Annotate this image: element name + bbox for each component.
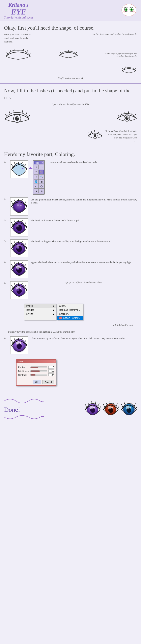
eye-sketch-girl xyxy=(4,46,32,63)
svg-line-148 xyxy=(114,401,114,404)
dialog-radius-slider[interactable] xyxy=(30,366,47,368)
dialog-radius-label: Radius xyxy=(18,366,29,368)
svg-line-17 xyxy=(23,49,24,52)
glow-dialog: Glow × Radius 7 Brightness xyxy=(16,359,56,386)
tool-wand[interactable]: 🪄 xyxy=(39,170,44,174)
dialog-cancel-button[interactable]: Cancel xyxy=(42,380,54,384)
dialog-brightness-value: 55 xyxy=(48,370,54,372)
tools-panel-title: Tools × xyxy=(34,162,44,164)
menu-render[interactable]: Render ▶ xyxy=(24,308,56,312)
step-3: 3. xyxy=(4,218,137,236)
menu-photo-arrow: ▶ xyxy=(53,305,54,307)
menu-stylize-arrow: ▶ xyxy=(53,313,54,315)
tool-ellipse[interactable]: ◯ xyxy=(39,184,44,188)
svg-line-31 xyxy=(9,112,10,114)
section-coloring: Here's my favorite part; Coloring. 1. xyxy=(0,148,141,392)
section2-note1: I generally use the eclipse tool for thi… xyxy=(4,103,137,106)
svg-line-160 xyxy=(136,406,137,408)
svg-line-50 xyxy=(91,131,92,132)
svg-line-51 xyxy=(94,130,95,132)
tool-draw[interactable]: ✏ xyxy=(34,170,39,174)
svg-line-139 xyxy=(98,404,99,406)
step6-text: Up, go to "Effects" then down to photo. xyxy=(30,281,137,284)
tool-cut[interactable]: ✂ xyxy=(39,165,44,169)
dialog-radius-value: 7 xyxy=(48,366,54,369)
svg-line-60 xyxy=(18,162,18,164)
svg-line-15 xyxy=(15,49,15,51)
dialog-brightness-label: Brightness xyxy=(18,370,29,372)
svg-line-146 xyxy=(106,402,107,404)
step4-eye xyxy=(10,239,28,258)
header-kriiana: Kriiana's xyxy=(4,2,33,8)
tool-fill[interactable]: 🪣 xyxy=(34,179,39,184)
menu-stylize[interactable]: Stylize ▶ xyxy=(24,312,56,316)
svg-line-156 xyxy=(124,402,125,404)
svg-point-68 xyxy=(20,205,22,206)
menu-render-arrow: ▶ xyxy=(53,309,54,311)
svg-line-104 xyxy=(18,262,18,264)
submenu-sharpen[interactable]: Sharpen... xyxy=(58,312,83,316)
svg-line-140 xyxy=(100,406,101,408)
final-eye-red xyxy=(103,400,119,418)
submenu-glow[interactable]: Glow... xyxy=(58,304,83,308)
dialog-contrast-slider[interactable] xyxy=(30,374,47,376)
svg-line-138 xyxy=(96,401,96,404)
svg-line-53 xyxy=(100,133,102,134)
done-section: Done! xyxy=(0,392,141,426)
svg-line-19 xyxy=(29,53,30,55)
tools-close[interactable]: × xyxy=(42,162,43,164)
eye-iris-small xyxy=(88,130,103,141)
menu-photo[interactable]: Photo ▶ xyxy=(24,304,56,308)
tool-rect[interactable]: ▭ xyxy=(34,184,39,188)
section1-note1: Use the line/curve tool, next to the tex… xyxy=(36,32,137,36)
step5-text: Again. The brush about 3-4 sizes smaller… xyxy=(30,260,137,264)
dialog-radius-fill xyxy=(30,367,38,368)
section-iris: Now, fill in the lashes (if needed) and … xyxy=(0,84,141,148)
svg-point-12 xyxy=(132,9,132,10)
soften-click-text: click Soften Portrait xyxy=(4,324,133,327)
tools-title-text: Tools xyxy=(35,162,39,164)
section2-note2-text: To turn things, high-light it with the l… xyxy=(105,130,137,144)
tool-gradient[interactable]: ▦ xyxy=(39,179,44,184)
svg-line-116 xyxy=(18,282,18,285)
step-6: 6. xyxy=(4,281,137,334)
dialog-ok-button[interactable]: OK xyxy=(33,380,41,384)
svg-point-55 xyxy=(94,134,96,137)
step7-text: Glow time! Go up to "Effects" then photo… xyxy=(30,336,137,340)
menu-photo-label: Photo xyxy=(26,304,33,307)
svg-line-127 xyxy=(18,338,18,340)
svg-line-44 xyxy=(132,112,132,114)
dialog-contrast-value: -27 xyxy=(48,373,54,376)
step6-sub-note: I usually have the softness at 2, the li… xyxy=(4,330,75,334)
menu-container: Photo ▶ Render ▶ Stylize ▶ Glow... Red E… xyxy=(24,304,84,320)
header-face xyxy=(121,3,137,18)
svg-point-67 xyxy=(17,204,19,206)
step2-eye xyxy=(10,198,28,216)
tool-star[interactable]: ✦ xyxy=(34,189,39,194)
step2-text: Use the gradient tool. Select a color, a… xyxy=(30,198,137,204)
dialog-body: Radius 7 Brightness 55 Con xyxy=(16,363,56,379)
tool-zoom[interactable]: 🔍 xyxy=(39,174,44,179)
svg-line-41 xyxy=(121,112,122,114)
step-4: 4. xyxy=(4,239,137,258)
dialog-close-icon[interactable]: × xyxy=(54,360,55,363)
step1-text: Use the wand tool to select the inside o… xyxy=(49,160,137,164)
dialog-brightness-slider[interactable] xyxy=(30,370,47,372)
submenu-redeye[interactable]: Red Eye Removal... xyxy=(58,308,83,312)
photo-menu: Photo ▶ Render ▶ Stylize ▶ xyxy=(24,304,56,320)
svg-point-100 xyxy=(16,266,20,269)
tool-select[interactable]: ↖ xyxy=(34,165,39,169)
svg-line-158 xyxy=(132,401,132,404)
submenu-soften[interactable]: Soften Portrait... xyxy=(58,316,83,320)
tool-other[interactable]: ⊞ xyxy=(39,189,44,194)
header: Kriiana's EYE Tutorial with paint.net xyxy=(0,0,141,21)
svg-line-150 xyxy=(118,406,119,408)
section1-note2: Have your brush size semi-small, and hav… xyxy=(4,32,34,44)
done-label: Done! xyxy=(4,406,44,413)
svg-line-29 xyxy=(134,68,136,70)
final-eye-purple xyxy=(84,400,101,418)
step-2: 2. xyxy=(4,198,137,216)
glow-dialog-container: Glow × Radius 7 Brightness xyxy=(16,359,56,386)
svg-line-36 xyxy=(28,115,30,117)
tool-text[interactable]: T xyxy=(34,174,39,179)
